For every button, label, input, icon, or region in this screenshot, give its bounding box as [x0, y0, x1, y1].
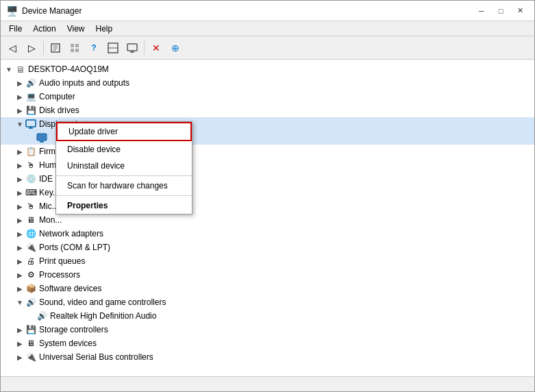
tree-item-audio[interactable]: ▶ 🔊 Audio inputs and outputs	[1, 76, 534, 90]
app-icon: 🖥️	[6, 5, 18, 16]
system-expander[interactable]: ▶	[14, 340, 25, 347]
storage-expander[interactable]: ▶	[14, 326, 25, 334]
minimize-button[interactable]: ─	[473, 4, 490, 18]
mon-label: Mon...	[39, 215, 62, 225]
key-icon: ⌨	[25, 187, 36, 198]
tree-item-network[interactable]: ▶ 🌐 Network adapters	[1, 227, 534, 241]
tree-root[interactable]: ▼ 🖥 DESKTOP-4AOQ19M	[1, 62, 534, 76]
audio-icon: 🔊	[25, 77, 36, 88]
ctx-disable-device[interactable]: Disable device	[56, 141, 192, 158]
ide-expander[interactable]: ▶	[14, 175, 25, 183]
toolbar-separator-2	[144, 41, 145, 55]
forward-button[interactable]: ▷	[23, 39, 40, 57]
audio-label: Audio inputs and outputs	[39, 78, 129, 88]
ctx-scan-changes[interactable]: Scan for hardware changes	[56, 177, 192, 194]
tree-item-print[interactable]: ▶ 🖨 Print queues	[1, 254, 534, 268]
tree-item-software[interactable]: ▶ 📦 Software devices	[1, 282, 534, 295]
tree-item-computer[interactable]: ▶ 💻 Computer	[1, 90, 534, 103]
sound-icon: 🔊	[25, 297, 36, 308]
svg-rect-7	[75, 49, 79, 52]
usb-label: Universal Serial Bus controllers	[39, 352, 153, 362]
computer-expander[interactable]: ▶	[14, 93, 25, 101]
ctx-properties[interactable]: Properties	[56, 197, 192, 214]
tree-item-realtek[interactable]: 🔊 Realtek High Definition Audio	[1, 309, 534, 323]
display-expander[interactable]: ▼	[14, 121, 25, 128]
scan-button[interactable]	[104, 39, 122, 57]
sound-expander[interactable]: ▼	[14, 299, 25, 306]
tree-item-ports[interactable]: ▶ 🔌 Ports (COM & LPT)	[1, 241, 534, 254]
network-label: Network adapters	[39, 229, 103, 238]
mon-icon: 🖥	[25, 215, 36, 225]
proc-expander[interactable]: ▶	[14, 271, 25, 279]
mon-expander[interactable]: ▶	[14, 217, 25, 224]
tree-item-storage[interactable]: ▶ 💾 Storage controllers	[1, 323, 534, 336]
network-expander[interactable]: ▶	[14, 230, 25, 238]
storage-label: Storage controllers	[39, 325, 108, 334]
monitor-button[interactable]	[123, 39, 141, 57]
menu-file[interactable]: File	[3, 23, 27, 35]
ctx-uninstall-device[interactable]: Uninstall device	[56, 158, 192, 174]
mic-icon: 🖱	[25, 201, 36, 212]
hum-icon: 🖱	[25, 160, 36, 171]
tree-item-proc[interactable]: ▶ ⚙ Processors	[1, 268, 534, 282]
back-button[interactable]: ◁	[3, 39, 21, 57]
network-icon: 🌐	[25, 228, 36, 239]
storage-icon: 💾	[25, 324, 36, 335]
tree-item-disk[interactable]: ▶ 💾 Disk drives	[1, 103, 534, 117]
maximize-button[interactable]: □	[492, 4, 510, 18]
info-button[interactable]: ?	[85, 39, 103, 57]
disk-expander[interactable]: ▶	[14, 107, 25, 114]
svg-rect-13	[26, 120, 36, 127]
mic-expander[interactable]: ▶	[14, 203, 25, 210]
disk-icon: 💾	[25, 105, 36, 116]
svg-rect-5	[75, 44, 79, 47]
tree-item-system[interactable]: ▶ 🖥 System devices	[1, 336, 534, 350]
ctx-update-driver[interactable]: Update driver	[56, 122, 192, 141]
title-bar-buttons: ─ □ ✕	[473, 4, 529, 18]
print-expander[interactable]: ▶	[14, 258, 25, 265]
realtek-label: Realtek High Definition Audio	[50, 311, 156, 321]
disk-label: Disk drives	[39, 106, 79, 115]
proc-icon: ⚙	[25, 269, 36, 280]
print-label: Print queues	[39, 256, 85, 266]
tree-item-mon[interactable]: ▶ 🖥 Mon...	[1, 213, 534, 227]
title-bar: 🖥️ Device Manager ─ □ ✕	[1, 1, 534, 21]
toolbar-separator-1	[43, 41, 44, 55]
menu-view[interactable]: View	[62, 23, 90, 35]
root-expander[interactable]: ▼	[3, 66, 14, 73]
print-icon: 🖨	[25, 256, 36, 267]
usb-expander[interactable]: ▶	[14, 354, 25, 361]
display-child-icon	[36, 132, 47, 143]
display-icon	[25, 119, 36, 130]
tree-view[interactable]: ▼ 🖥 DESKTOP-4AOQ19M ▶ 🔊 Audio inputs and…	[1, 60, 534, 376]
context-menu: Update driver Disable device Uninstall d…	[55, 121, 192, 215]
software-expander[interactable]: ▶	[14, 285, 25, 293]
update-button[interactable]: ✕	[147, 39, 165, 57]
toolbar: ◁ ▷ ? ✕ ⊕	[1, 36, 534, 60]
audio-expander[interactable]: ▶	[14, 79, 25, 87]
menu-action[interactable]: Action	[27, 23, 61, 35]
svg-rect-4	[71, 44, 74, 47]
tree-item-usb[interactable]: ▶ 🔌 Universal Serial Bus controllers	[1, 350, 534, 364]
ctx-separator-2	[56, 195, 192, 196]
menu-help[interactable]: Help	[90, 23, 119, 35]
svg-rect-6	[71, 49, 74, 52]
key-expander[interactable]: ▶	[14, 189, 25, 197]
status-bar	[1, 376, 534, 391]
system-icon: 🖥	[25, 338, 36, 349]
ports-label: Ports (COM & LPT)	[39, 243, 110, 252]
close-button[interactable]: ✕	[511, 4, 529, 18]
firm-expander[interactable]: ▶	[14, 148, 25, 156]
window-title: Device Manager	[22, 6, 82, 16]
show-hide-button[interactable]	[66, 39, 84, 57]
system-label: System devices	[39, 339, 97, 348]
properties-button[interactable]	[47, 39, 64, 57]
sound-label: Sound, video and game controllers	[39, 297, 166, 307]
main-area: ▼ 🖥 DESKTOP-4AOQ19M ▶ 🔊 Audio inputs and…	[1, 60, 534, 376]
hum-expander[interactable]: ▶	[14, 162, 25, 169]
computer-icon: 🖥	[14, 64, 25, 75]
tree-item-sound[interactable]: ▼ 🔊 Sound, video and game controllers	[1, 295, 534, 309]
ports-expander[interactable]: ▶	[14, 244, 25, 252]
add-button[interactable]: ⊕	[166, 39, 184, 57]
computer-label: Computer	[39, 92, 75, 101]
